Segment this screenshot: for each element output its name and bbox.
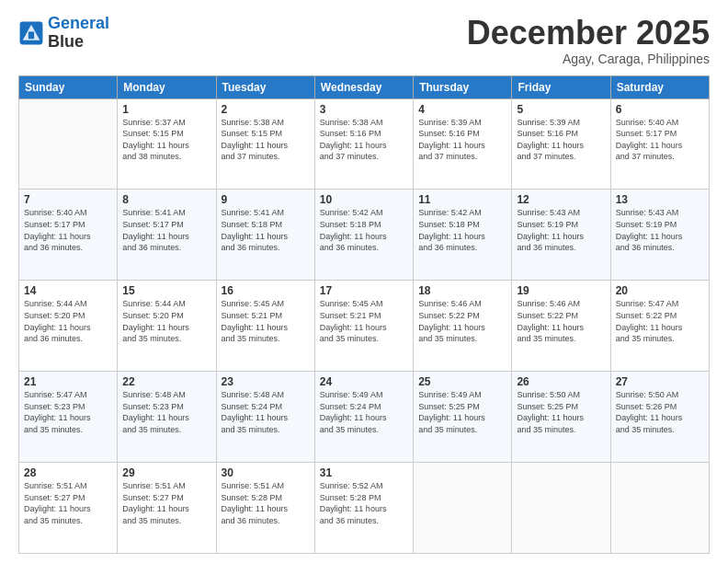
day-number: 26 [517, 375, 605, 388]
day-number: 23 [222, 375, 310, 388]
day-info: Sunrise: 5:50 AM Sunset: 5:26 PM Dayligh… [616, 389, 704, 435]
calendar-cell: 22Sunrise: 5:48 AM Sunset: 5:23 PM Dayli… [118, 372, 216, 463]
calendar-cell: 24Sunrise: 5:49 AM Sunset: 5:24 PM Dayli… [314, 372, 413, 463]
day-info: Sunrise: 5:48 AM Sunset: 5:24 PM Dayligh… [222, 389, 310, 435]
calendar-cell: 19Sunrise: 5:46 AM Sunset: 5:22 PM Dayli… [512, 281, 610, 372]
header-row: SundayMondayTuesdayWednesdayThursdayFrid… [19, 75, 710, 98]
day-number: 31 [320, 466, 408, 479]
day-number: 8 [122, 193, 210, 206]
day-header: Friday [512, 75, 610, 98]
day-number: 12 [517, 193, 605, 206]
week-row: 14Sunrise: 5:44 AM Sunset: 5:20 PM Dayli… [19, 281, 710, 372]
day-info: Sunrise: 5:42 AM Sunset: 5:18 PM Dayligh… [320, 207, 408, 253]
day-header: Saturday [610, 75, 709, 98]
day-info: Sunrise: 5:41 AM Sunset: 5:18 PM Dayligh… [222, 207, 310, 253]
calendar-cell: 14Sunrise: 5:44 AM Sunset: 5:20 PM Dayli… [19, 281, 118, 372]
day-info: Sunrise: 5:49 AM Sunset: 5:24 PM Dayligh… [320, 389, 408, 435]
calendar-cell: 15Sunrise: 5:44 AM Sunset: 5:20 PM Dayli… [118, 281, 216, 372]
day-number: 16 [222, 284, 310, 297]
calendar-cell: 25Sunrise: 5:49 AM Sunset: 5:25 PM Dayli… [414, 372, 512, 463]
day-header: Tuesday [216, 75, 314, 98]
logo-text: General Blue [48, 15, 109, 52]
week-row: 1Sunrise: 5:37 AM Sunset: 5:15 PM Daylig… [19, 98, 710, 190]
day-number: 7 [24, 193, 112, 206]
day-number: 6 [616, 103, 704, 116]
day-number: 11 [418, 193, 506, 206]
logo-icon [18, 20, 44, 46]
day-number: 21 [24, 375, 112, 388]
calendar-cell: 8Sunrise: 5:41 AM Sunset: 5:17 PM Daylig… [118, 190, 216, 281]
title-block: December 2025 Agay, Caraga, Philippines [467, 15, 710, 66]
calendar-cell: 17Sunrise: 5:45 AM Sunset: 5:21 PM Dayli… [314, 281, 413, 372]
calendar-cell [512, 463, 610, 554]
calendar-cell: 27Sunrise: 5:50 AM Sunset: 5:26 PM Dayli… [610, 372, 709, 463]
day-info: Sunrise: 5:47 AM Sunset: 5:23 PM Dayligh… [24, 389, 112, 435]
day-info: Sunrise: 5:44 AM Sunset: 5:20 PM Dayligh… [24, 298, 112, 344]
day-number: 1 [122, 103, 210, 116]
calendar-cell [414, 463, 512, 554]
calendar-cell: 18Sunrise: 5:46 AM Sunset: 5:22 PM Dayli… [414, 281, 512, 372]
week-row: 28Sunrise: 5:51 AM Sunset: 5:27 PM Dayli… [19, 463, 710, 554]
calendar-cell [19, 98, 118, 190]
calendar-cell: 20Sunrise: 5:47 AM Sunset: 5:22 PM Dayli… [610, 281, 709, 372]
day-info: Sunrise: 5:37 AM Sunset: 5:15 PM Dayligh… [122, 117, 210, 163]
day-info: Sunrise: 5:48 AM Sunset: 5:23 PM Dayligh… [122, 389, 210, 435]
calendar-table: SundayMondayTuesdayWednesdayThursdayFrid… [18, 75, 710, 554]
calendar-cell: 29Sunrise: 5:51 AM Sunset: 5:27 PM Dayli… [118, 463, 216, 554]
day-header: Sunday [19, 75, 118, 98]
day-number: 27 [616, 375, 704, 388]
day-number: 4 [418, 103, 506, 116]
day-info: Sunrise: 5:44 AM Sunset: 5:20 PM Dayligh… [122, 298, 210, 344]
day-number: 29 [122, 466, 210, 479]
calendar-cell: 4Sunrise: 5:39 AM Sunset: 5:16 PM Daylig… [414, 98, 512, 190]
day-info: Sunrise: 5:40 AM Sunset: 5:17 PM Dayligh… [616, 117, 704, 163]
day-number: 9 [222, 193, 310, 206]
day-header: Thursday [414, 75, 512, 98]
day-info: Sunrise: 5:46 AM Sunset: 5:22 PM Dayligh… [418, 298, 506, 344]
calendar-cell: 12Sunrise: 5:43 AM Sunset: 5:19 PM Dayli… [512, 190, 610, 281]
calendar-cell: 28Sunrise: 5:51 AM Sunset: 5:27 PM Dayli… [19, 463, 118, 554]
calendar-cell [610, 463, 709, 554]
day-number: 30 [222, 466, 310, 479]
day-info: Sunrise: 5:39 AM Sunset: 5:16 PM Dayligh… [418, 117, 506, 163]
day-number: 18 [418, 284, 506, 297]
svg-rect-2 [28, 31, 34, 39]
calendar-cell: 13Sunrise: 5:43 AM Sunset: 5:19 PM Dayli… [610, 190, 709, 281]
day-number: 20 [616, 284, 704, 297]
calendar-cell: 31Sunrise: 5:52 AM Sunset: 5:28 PM Dayli… [314, 463, 413, 554]
day-number: 2 [222, 103, 310, 116]
calendar-cell: 30Sunrise: 5:51 AM Sunset: 5:28 PM Dayli… [216, 463, 314, 554]
day-number: 24 [320, 375, 408, 388]
day-number: 13 [616, 193, 704, 206]
day-info: Sunrise: 5:50 AM Sunset: 5:25 PM Dayligh… [517, 389, 605, 435]
calendar-cell: 10Sunrise: 5:42 AM Sunset: 5:18 PM Dayli… [314, 190, 413, 281]
day-number: 5 [517, 103, 605, 116]
calendar-cell: 7Sunrise: 5:40 AM Sunset: 5:17 PM Daylig… [19, 190, 118, 281]
day-info: Sunrise: 5:43 AM Sunset: 5:19 PM Dayligh… [616, 207, 704, 253]
day-number: 28 [24, 466, 112, 479]
day-info: Sunrise: 5:42 AM Sunset: 5:18 PM Dayligh… [418, 207, 506, 253]
day-number: 15 [122, 284, 210, 297]
day-info: Sunrise: 5:40 AM Sunset: 5:17 PM Dayligh… [24, 207, 112, 253]
day-number: 10 [320, 193, 408, 206]
day-info: Sunrise: 5:45 AM Sunset: 5:21 PM Dayligh… [320, 298, 408, 344]
day-number: 17 [320, 284, 408, 297]
header: General Blue December 2025 Agay, Caraga,… [18, 15, 710, 66]
page: General Blue December 2025 Agay, Caraga,… [0, 0, 728, 563]
logo-line2: Blue [48, 32, 84, 51]
day-info: Sunrise: 5:51 AM Sunset: 5:27 PM Dayligh… [122, 480, 210, 526]
day-header: Wednesday [314, 75, 413, 98]
calendar-cell: 21Sunrise: 5:47 AM Sunset: 5:23 PM Dayli… [19, 372, 118, 463]
day-info: Sunrise: 5:51 AM Sunset: 5:28 PM Dayligh… [222, 480, 310, 526]
day-info: Sunrise: 5:47 AM Sunset: 5:22 PM Dayligh… [616, 298, 704, 344]
calendar-cell: 3Sunrise: 5:38 AM Sunset: 5:16 PM Daylig… [314, 98, 413, 190]
day-info: Sunrise: 5:38 AM Sunset: 5:15 PM Dayligh… [222, 117, 310, 163]
calendar-cell: 1Sunrise: 5:37 AM Sunset: 5:15 PM Daylig… [118, 98, 216, 190]
week-row: 7Sunrise: 5:40 AM Sunset: 5:17 PM Daylig… [19, 190, 710, 281]
day-number: 19 [517, 284, 605, 297]
day-number: 14 [24, 284, 112, 297]
calendar-cell: 23Sunrise: 5:48 AM Sunset: 5:24 PM Dayli… [216, 372, 314, 463]
calendar-cell: 5Sunrise: 5:39 AM Sunset: 5:16 PM Daylig… [512, 98, 610, 190]
week-row: 21Sunrise: 5:47 AM Sunset: 5:23 PM Dayli… [19, 372, 710, 463]
day-info: Sunrise: 5:38 AM Sunset: 5:16 PM Dayligh… [320, 117, 408, 163]
